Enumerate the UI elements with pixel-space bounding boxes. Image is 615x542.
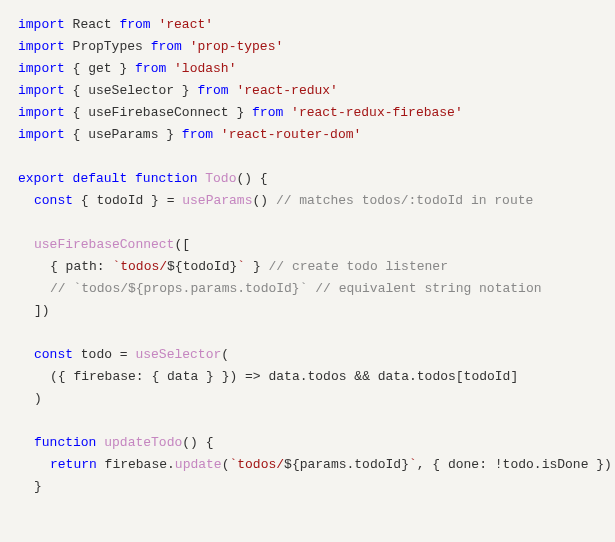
punct: () { xyxy=(236,171,267,186)
string: 'react-router-dom' xyxy=(213,127,361,142)
code-line: ]) xyxy=(18,300,597,322)
string: 'react' xyxy=(151,17,213,32)
blank-line xyxy=(18,322,597,344)
string: `todos/ xyxy=(229,457,284,472)
punct: } xyxy=(158,127,181,142)
function-call: useParams xyxy=(182,193,252,208)
keyword: from xyxy=(252,105,283,120)
punct: : { xyxy=(136,369,167,384)
punct: } xyxy=(34,479,42,494)
string: ` xyxy=(237,259,245,274)
code-line: import React from 'react' xyxy=(18,14,597,36)
punct: ]) xyxy=(34,303,50,318)
punct: ([ xyxy=(174,237,190,252)
identifier: firebase xyxy=(97,457,167,472)
punct: . xyxy=(300,369,308,384)
code-line: import PropTypes from 'prop-types' xyxy=(18,36,597,58)
function-call: update xyxy=(175,457,222,472)
comment: // `todos/${props.params.todoId}` // equ… xyxy=(50,281,541,296)
code-line: } xyxy=(18,476,597,498)
code-line: useFirebaseConnect([ xyxy=(18,234,597,256)
blank-line xyxy=(18,146,597,168)
code-line: return firebase.update(`todos/${params.t… xyxy=(18,454,597,476)
code-line: import { useFirebaseConnect } from 'reac… xyxy=(18,102,597,124)
identifier: todoId xyxy=(464,369,511,384)
string: 'lodash' xyxy=(166,61,236,76)
punct: }) xyxy=(588,457,611,472)
punct: = xyxy=(112,347,135,362)
comment: // matches todos/:todoId in route xyxy=(276,193,533,208)
code-line: ) xyxy=(18,388,597,410)
punct: { xyxy=(65,105,88,120)
string: 'prop-types' xyxy=(182,39,283,54)
punct: } xyxy=(174,83,197,98)
punct: . xyxy=(534,457,542,472)
punct: && xyxy=(347,369,378,384)
identifier: isDone xyxy=(542,457,589,472)
identifier: get xyxy=(88,61,111,76)
identifier: todoId xyxy=(96,193,143,208)
identifier: useParams xyxy=(88,127,158,142)
punct: { xyxy=(50,259,66,274)
punct: ] xyxy=(510,369,518,384)
punct: , { xyxy=(417,457,448,472)
identifier: useFirebaseConnect xyxy=(88,105,228,120)
punct: () xyxy=(252,193,275,208)
keyword: from xyxy=(151,39,182,54)
code-block: import React from 'react' import PropTyp… xyxy=(18,14,597,498)
punct: : xyxy=(97,259,113,274)
punct: { xyxy=(65,83,88,98)
property: firebase xyxy=(73,369,135,384)
keyword: const xyxy=(34,193,73,208)
code-line: export default function Todo() { xyxy=(18,168,597,190)
punct: } xyxy=(112,61,135,76)
string: `todos/ xyxy=(112,259,167,274)
punct: () { xyxy=(182,435,213,450)
keyword: const xyxy=(34,347,73,362)
string: 'react-redux-firebase' xyxy=(283,105,462,120)
string: 'react-redux' xyxy=(229,83,338,98)
string: ` xyxy=(409,457,417,472)
identifier: todo xyxy=(73,347,112,362)
identifier: PropTypes xyxy=(65,39,151,54)
keyword: import xyxy=(18,61,65,76)
function-call: useFirebaseConnect xyxy=(34,237,174,252)
punct: : ! xyxy=(479,457,502,472)
comment: // create todo listener xyxy=(269,259,448,274)
punct: { xyxy=(65,127,88,142)
keyword: import xyxy=(18,17,65,32)
punct: { xyxy=(73,193,96,208)
function-call: useSelector xyxy=(135,347,221,362)
identifier: todo xyxy=(503,457,534,472)
punct: } xyxy=(229,105,252,120)
blank-line xyxy=(18,212,597,234)
keyword: from xyxy=(197,83,228,98)
code-line: { path: `todos/${todoId}` } // create to… xyxy=(18,256,597,278)
keyword: import xyxy=(18,83,65,98)
identifier: data xyxy=(268,369,299,384)
identifier: todos xyxy=(308,369,347,384)
identifier: todoId xyxy=(354,457,401,472)
keyword: from xyxy=(182,127,213,142)
punct: { xyxy=(65,61,88,76)
keyword: return xyxy=(50,457,97,472)
identifier: todos xyxy=(417,369,456,384)
punct: ${ xyxy=(167,259,183,274)
identifier: React xyxy=(65,17,120,32)
punct: . xyxy=(167,457,175,472)
code-line: const todo = useSelector( xyxy=(18,344,597,366)
keyword: import xyxy=(18,39,65,54)
code-line: // `todos/${props.params.todoId}` // equ… xyxy=(18,278,597,300)
code-line: ({ firebase: { data } }) => data.todos &… xyxy=(18,366,597,388)
property: done xyxy=(448,457,479,472)
punct: } xyxy=(245,259,268,274)
code-line: import { get } from 'lodash' xyxy=(18,58,597,80)
punct: ) xyxy=(34,391,42,406)
keyword: from xyxy=(119,17,150,32)
code-line: const { todoId } = useParams() // matche… xyxy=(18,190,597,212)
keyword: function xyxy=(127,171,197,186)
punct: ${ xyxy=(284,457,300,472)
keyword: import xyxy=(18,105,65,120)
function-name: Todo xyxy=(197,171,236,186)
keyword: import xyxy=(18,127,65,142)
